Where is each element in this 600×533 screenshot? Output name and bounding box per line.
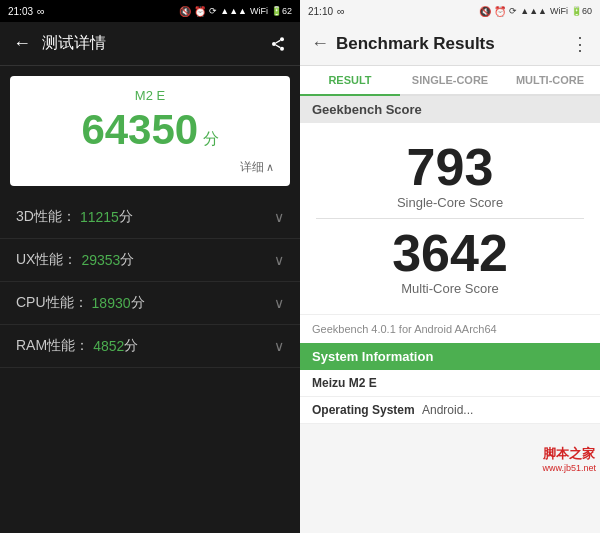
left-sync-icon: ⟳: [209, 6, 217, 16]
left-status-icon-infinity: ∞: [37, 5, 45, 17]
multi-core-label: Multi-Core Score: [300, 281, 600, 296]
metric-cpu-value: 18930: [92, 295, 131, 311]
metric-ux-value: 29353: [81, 252, 120, 268]
metric-3d-unit: 分: [119, 208, 133, 226]
left-signal-icon: ▲▲▲: [220, 6, 247, 16]
left-time: 21:03: [8, 6, 33, 17]
right-signal-icon: ▲▲▲: [520, 6, 547, 16]
tab-single-core[interactable]: SINGLE-CORE: [400, 66, 500, 96]
metric-3d-value: 11215: [80, 209, 119, 225]
single-core-score: 793: [300, 141, 600, 193]
right-alarm-icon: ⏰: [494, 6, 506, 17]
left-toolbar: ← 测试详情: [0, 22, 300, 66]
right-wifi-icon: WiFi: [550, 6, 568, 16]
back-button[interactable]: ←: [12, 34, 32, 54]
right-status-left: 21:10 ∞: [308, 5, 345, 17]
metric-ux-unit: 分: [120, 251, 134, 269]
right-infinity-icon: ∞: [337, 5, 345, 17]
tabs-bar: RESULT SINGLE-CORE MULTI-CORE: [300, 66, 600, 96]
metric-cpu-unit: 分: [131, 294, 145, 312]
right-back-button[interactable]: ←: [310, 34, 330, 54]
multi-core-score: 3642: [300, 227, 600, 279]
total-score: 64350: [81, 106, 198, 153]
metric-cpu-label: CPU性能：: [16, 294, 88, 312]
right-volume-icon: 🔇: [479, 6, 491, 17]
more-options-icon[interactable]: ⋮: [570, 34, 590, 54]
left-panel: 21:03 ∞ 🔇 ⏰ ⟳ ▲▲▲ WiFi 🔋62 ← 测试详情 M2 E 6…: [0, 0, 300, 533]
svg-point-0: [280, 37, 284, 41]
watermark: 脚本之家 www.jb51.net: [542, 445, 596, 473]
left-volume-icon: 🔇: [179, 6, 191, 17]
left-status-left: 21:03 ∞: [8, 5, 45, 17]
system-info-header: System Information: [300, 343, 600, 370]
detail-label: 详细: [240, 159, 264, 176]
scores-section: 793 Single-Core Score 3642 Multi-Core Sc…: [300, 123, 600, 314]
score-card: M2 E 64350 分 详细 ∧: [10, 76, 290, 186]
left-wifi-icon: WiFi: [250, 6, 268, 16]
metric-ux[interactable]: UX性能： 29353 分 ∨: [0, 239, 300, 282]
single-core-label: Single-Core Score: [300, 195, 600, 210]
score-detail[interactable]: 详细 ∧: [26, 159, 274, 176]
metric-ram-label: RAM性能：: [16, 337, 89, 355]
watermark-cn-text: 脚本之家: [543, 445, 595, 463]
tab-result[interactable]: RESULT: [300, 66, 400, 96]
metric-ux-chevron-icon: ∨: [274, 252, 284, 268]
left-status-right: 🔇 ⏰ ⟳ ▲▲▲ WiFi 🔋62: [179, 6, 292, 17]
watermark-url-text: www.jb51.net: [542, 463, 596, 473]
right-battery: 🔋60: [571, 6, 592, 16]
tab-multi-core[interactable]: MULTI-CORE: [500, 66, 600, 96]
left-battery: 🔋62: [271, 6, 292, 16]
metric-ram-unit: 分: [124, 337, 138, 355]
single-core-block: 793 Single-Core Score: [300, 133, 600, 218]
right-back-icon: ←: [311, 33, 329, 54]
metric-3d[interactable]: 3D性能： 11215 分 ∨: [0, 196, 300, 239]
metric-ram-value: 4852: [93, 338, 124, 354]
multi-core-block: 3642 Multi-Core Score: [300, 219, 600, 304]
metric-3d-chevron-icon: ∨: [274, 209, 284, 225]
left-title: 测试详情: [42, 33, 258, 54]
right-status-icons: 🔇 ⏰ ⟳ ▲▲▲ WiFi 🔋60: [479, 6, 592, 17]
system-os-val: Android...: [422, 403, 588, 417]
metric-cpu[interactable]: CPU性能： 18930 分 ∨: [0, 282, 300, 325]
right-status-bar: 21:10 ∞ 🔇 ⏰ ⟳ ▲▲▲ WiFi 🔋60: [300, 0, 600, 22]
right-time: 21:10: [308, 6, 333, 17]
svg-line-3: [276, 45, 281, 48]
metric-ux-label: UX性能：: [16, 251, 77, 269]
system-device-val: [422, 376, 588, 390]
right-title: Benchmark Results: [336, 34, 564, 54]
left-alarm-icon: ⏰: [194, 6, 206, 17]
system-device-key: Meizu M2 E: [312, 376, 422, 390]
right-panel: 21:10 ∞ 🔇 ⏰ ⟳ ▲▲▲ WiFi 🔋60 ← Benchmark R…: [300, 0, 600, 533]
metric-3d-label: 3D性能：: [16, 208, 76, 226]
device-name: M2 E: [26, 88, 274, 103]
system-row-os: Operating System Android...: [300, 397, 600, 424]
svg-line-4: [276, 40, 281, 43]
svg-point-2: [280, 46, 284, 50]
back-arrow-icon: ←: [13, 33, 31, 54]
geekbench-footer: Geekbench 4.0.1 for Android AArch64: [300, 314, 600, 343]
metric-ram[interactable]: RAM性能： 4852 分 ∨: [0, 325, 300, 368]
right-sync-icon: ⟳: [509, 6, 517, 16]
geekbench-section-header: Geekbench Score: [300, 96, 600, 123]
metric-cpu-chevron-icon: ∨: [274, 295, 284, 311]
score-unit: 分: [203, 130, 219, 147]
svg-point-1: [272, 42, 276, 46]
system-row-device: Meizu M2 E: [300, 370, 600, 397]
metric-ram-chevron-icon: ∨: [274, 338, 284, 354]
share-icon[interactable]: [268, 34, 288, 54]
right-toolbar: ← Benchmark Results ⋮: [300, 22, 600, 66]
system-os-key: Operating System: [312, 403, 422, 417]
detail-chevron-icon: ∧: [266, 161, 274, 174]
left-status-bar: 21:03 ∞ 🔇 ⏰ ⟳ ▲▲▲ WiFi 🔋62: [0, 0, 300, 22]
